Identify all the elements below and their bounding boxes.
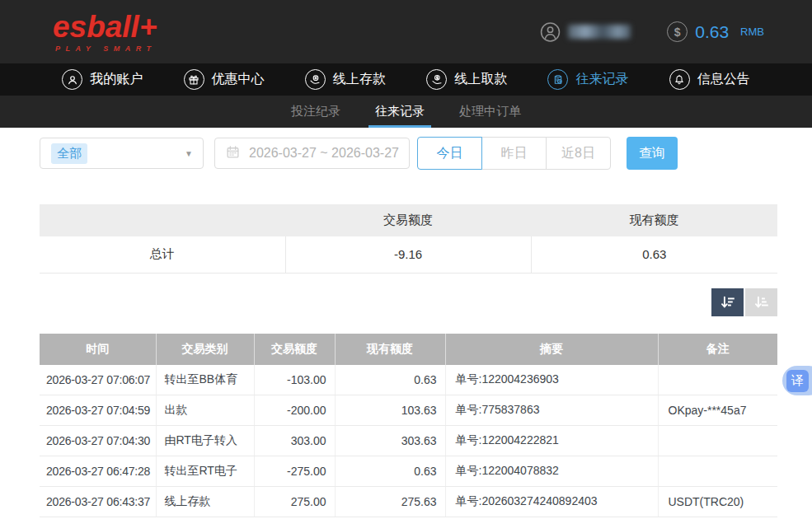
coin-icon: $	[667, 21, 688, 42]
nav-label: 线上取款	[454, 71, 507, 88]
brand-tagline: PLAY SMART	[53, 45, 157, 53]
tab-transaction-records[interactable]: 往来记录	[375, 96, 425, 128]
bell-icon	[669, 69, 690, 90]
cell-time: 2026-03-27 06:43:37	[40, 487, 156, 517]
nav-label: 往来记录	[575, 71, 628, 88]
sort-descending-icon	[719, 293, 737, 311]
summary-header-empty	[40, 204, 285, 236]
cell-summary: 单号:122004236903	[445, 365, 658, 395]
cell-time: 2026-03-27 07:06:07	[40, 365, 156, 395]
sort-ascending-button[interactable]	[745, 288, 777, 316]
transactions-table: 时间 交易类别 交易额度 现有额度 摘要 备注 2026-03-27 07:06…	[40, 334, 777, 518]
summary-header-row: 交易额度 现有额度	[40, 204, 777, 236]
summary-total-row: 总计 -9.16 0.63	[40, 236, 777, 273]
quick-btn-label: 今日	[437, 145, 463, 162]
main-content: 全部 ▼ 2026-03-27 ~ 2026-03-27 今日 昨日 近8日	[0, 128, 812, 517]
tab-pending-orders[interactable]: 处理中订单	[459, 96, 521, 128]
balance-amount: 0.63	[695, 22, 729, 42]
table-row: 2026-03-27 07:06:07 转出至BB体育 -103.00 0.63…	[40, 365, 777, 395]
user-avatar-icon	[540, 21, 561, 42]
date-range-value: 2026-03-27 ~ 2026-03-27	[249, 146, 399, 161]
cell-type: 转出至BB体育	[156, 365, 254, 395]
cell-time: 2026-03-27 07:04:59	[40, 395, 156, 426]
chevron-down-icon: ▼	[185, 149, 193, 158]
col-header-amount: 交易额度	[254, 334, 335, 365]
tab-label: 投注纪录	[291, 104, 340, 119]
selected-type: 全部	[51, 143, 87, 164]
col-header-time: 时间	[40, 334, 156, 365]
user-icon	[62, 69, 82, 90]
summary-table: 交易额度 现有额度 总计 -9.16 0.63	[40, 204, 777, 274]
cell-balance: 0.63	[335, 456, 445, 487]
table-row: 2026-03-27 06:47:28 转出至RT电子 -275.00 0.63…	[40, 456, 777, 487]
cell-amount: 303.00	[254, 426, 335, 456]
cell-balance: 275.63	[335, 487, 445, 517]
nav-item-withdraw[interactable]: 线上取款	[426, 69, 507, 90]
filter-row: 全部 ▼ 2026-03-27 ~ 2026-03-27 今日 昨日 近8日	[40, 137, 777, 170]
summary-total-label: 总计	[40, 236, 285, 273]
cell-note	[658, 365, 777, 395]
nav-item-promotions[interactable]: 优惠中心	[184, 69, 265, 90]
cell-balance: 303.63	[335, 426, 445, 456]
sort-descending-button[interactable]	[711, 288, 744, 316]
top-header: esball+ PLAY SMART $ 0.63 RMB	[0, 0, 812, 63]
col-header-type: 交易类别	[156, 334, 254, 365]
cell-type: 出款	[156, 395, 254, 426]
username-blurred	[568, 25, 631, 39]
table-header-row: 时间 交易类别 交易额度 现有额度 摘要 备注	[40, 334, 777, 365]
cell-type: 转出至RT电子	[156, 456, 254, 487]
sort-controls	[40, 288, 777, 316]
translate-float-button[interactable]: 译	[782, 366, 812, 395]
calendar-icon	[225, 144, 241, 163]
summary-header-transaction: 交易额度	[285, 204, 531, 236]
user-account-chip[interactable]	[540, 21, 631, 42]
nav-item-announcements[interactable]: 信息公告	[669, 69, 750, 90]
quick-btn-label: 昨日	[501, 145, 528, 162]
brand-name: esball+	[53, 12, 157, 42]
last-8-days-button[interactable]: 近8日	[546, 137, 611, 170]
col-header-balance: 现有额度	[335, 334, 445, 365]
summary-balance-total: 0.63	[531, 236, 777, 273]
cell-amount: -103.00	[254, 365, 335, 395]
cell-note	[658, 426, 777, 456]
nav-item-my-account[interactable]: 我的账户	[62, 69, 143, 90]
transaction-type-select[interactable]: 全部 ▼	[40, 138, 204, 169]
col-header-note: 备注	[658, 334, 777, 365]
cell-summary: 单号:122004222821	[445, 426, 658, 456]
cell-amount: 275.00	[254, 487, 335, 517]
table-row: 2026-03-27 07:04:59 出款 -200.00 103.63 单号…	[40, 395, 777, 426]
cell-note: USDT(TRC20)	[658, 487, 777, 517]
tab-label: 往来记录	[375, 104, 425, 119]
yesterday-button[interactable]: 昨日	[481, 137, 547, 170]
tab-betting-records[interactable]: 投注纪录	[291, 96, 340, 128]
table-row: 2026-03-27 07:04:30 由RT电子转入 303.00 303.6…	[40, 426, 777, 456]
cell-type: 线上存款	[156, 487, 254, 517]
table-row: 2026-03-27 06:43:37 线上存款 275.00 275.63 单…	[40, 487, 777, 517]
main-nav: 我的账户 优惠中心 线上存款 线上取款	[0, 63, 812, 96]
today-button[interactable]: 今日	[417, 137, 482, 170]
balance-currency: RMB	[740, 26, 764, 38]
cell-summary: 单号:202603274240892403	[445, 487, 658, 517]
gift-icon	[184, 69, 204, 90]
nav-label: 优惠中心	[212, 71, 265, 88]
sub-tab-bar: 投注纪录 往来记录 处理中订单	[0, 96, 812, 128]
user-area: $ 0.63 RMB	[540, 21, 764, 42]
nav-item-deposit[interactable]: 线上存款	[305, 69, 386, 90]
balance-chip[interactable]: $ 0.63 RMB	[667, 21, 764, 42]
cell-amount: -200.00	[254, 395, 335, 426]
date-range-input[interactable]: 2026-03-27 ~ 2026-03-27	[214, 138, 410, 169]
cell-balance: 0.63	[335, 365, 445, 395]
col-header-summary: 摘要	[445, 334, 658, 365]
nav-item-transaction-records[interactable]: 往来记录	[547, 69, 628, 90]
tab-label: 处理中订单	[459, 104, 521, 119]
nav-label: 信息公告	[697, 71, 750, 88]
cell-note: OKpay-***45a7	[658, 395, 777, 426]
cell-time: 2026-03-27 06:47:28	[40, 456, 156, 487]
sort-ascending-icon	[753, 293, 771, 311]
cell-balance: 103.63	[335, 395, 445, 426]
translate-icon: 译	[786, 370, 809, 392]
cell-summary: 单号:775837863	[445, 395, 658, 426]
search-button[interactable]: 查询	[627, 137, 678, 170]
cell-amount: -275.00	[254, 456, 335, 487]
brand-logo[interactable]: esball+ PLAY SMART	[53, 12, 157, 53]
